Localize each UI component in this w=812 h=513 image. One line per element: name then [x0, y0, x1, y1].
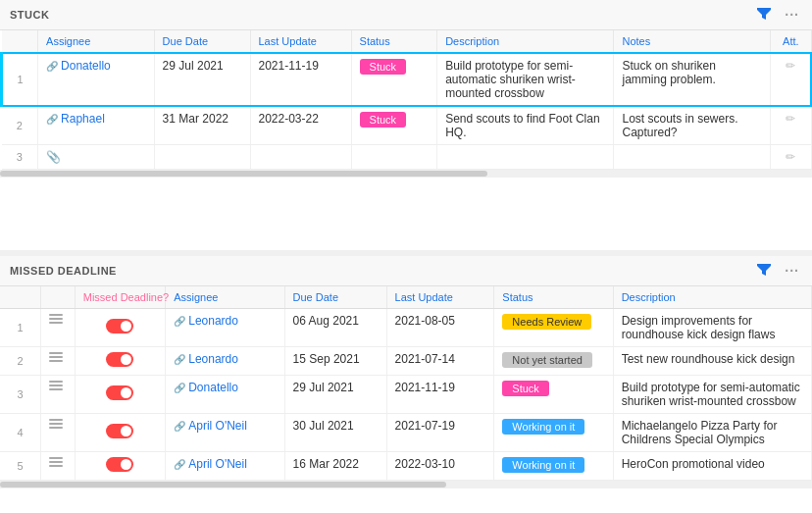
- missed-section: MISSED DEADLINE ···: [0, 256, 812, 513]
- missed-row-4-due: 30 Jul 2021: [284, 414, 386, 452]
- attach-icon-3: 📎: [46, 150, 61, 164]
- stuck-row-1-notes: Stuck on shuriken jamming problem.: [614, 53, 771, 106]
- stuck-filter-icon[interactable]: [754, 6, 774, 24]
- stuck-row-1-status: Stuck: [351, 53, 437, 106]
- link-icon-m2: 🔗: [174, 354, 185, 365]
- missed-row-3-desc: Build prototype for semi-automatic shuri…: [613, 376, 811, 414]
- row-menu-icon-2[interactable]: [49, 352, 63, 362]
- missed-col-due: Due Date: [284, 286, 386, 309]
- stuck-actions: ···: [754, 6, 802, 24]
- missed-filter-icon[interactable]: [754, 262, 774, 280]
- missed-row-3-num: 3: [0, 376, 41, 414]
- missed-row-3: 3 🔗 Donatello: [0, 376, 812, 414]
- edit-icon-3[interactable]: ✏: [786, 150, 795, 164]
- edit-icon-1[interactable]: ✏: [786, 59, 795, 73]
- stuck-col-notes: Notes: [614, 30, 771, 53]
- stuck-row-3-att: ✏: [771, 145, 811, 170]
- stuck-row-3-desc: [437, 145, 614, 170]
- missed-col-status: Status: [494, 286, 613, 309]
- toggle-5[interactable]: [106, 457, 133, 472]
- stuck-scrollbar-thumb[interactable]: [0, 171, 487, 177]
- stuck-row-2-att: ✏: [771, 106, 811, 145]
- stuck-row-3-status: [351, 145, 437, 170]
- stuck-row-2-assignee[interactable]: 🔗 Raphael: [38, 106, 155, 145]
- missed-row-1-assignee[interactable]: 🔗 Leonardo: [166, 309, 284, 347]
- missed-col-update: Last Update: [386, 286, 494, 309]
- stuck-col-update: Last Update: [250, 30, 351, 53]
- stuck-scrollbar[interactable]: [0, 170, 812, 178]
- missed-row-2-desc: Test new roundhouse kick design: [613, 347, 811, 376]
- row-menu-icon-4[interactable]: [49, 419, 63, 429]
- missed-scrollbar-thumb[interactable]: [0, 482, 446, 487]
- link-icon-2: 🔗: [46, 114, 58, 125]
- stuck-table: Assignee Due Date Last Update Status Des…: [0, 30, 812, 170]
- missed-row-1: 1 🔗 Leonardo: [0, 309, 812, 347]
- stuck-row-3-num: 3: [2, 145, 38, 170]
- stuck-row-1-assignee[interactable]: 🔗 Donatello: [38, 53, 155, 106]
- row-menu-icon-5[interactable]: [49, 457, 63, 467]
- link-icon-m4: 🔗: [174, 421, 185, 432]
- missed-row-4-menu[interactable]: [41, 414, 76, 452]
- stuck-header-row: Assignee Due Date Last Update Status Des…: [2, 30, 812, 53]
- stuck-col-num: [2, 30, 38, 53]
- stuck-col-due: Due Date: [154, 30, 250, 53]
- missed-row-5-assignee[interactable]: 🔗 April O'Neil: [166, 452, 284, 481]
- missed-row-5-toggle[interactable]: [75, 452, 165, 481]
- status-working-4: Working on it: [502, 419, 584, 435]
- missed-row-2-toggle[interactable]: [75, 347, 165, 376]
- missed-row-4: 4 🔗 April O'Neil: [0, 414, 812, 452]
- toggle-3[interactable]: [106, 385, 133, 400]
- missed-row-2-menu[interactable]: [41, 347, 76, 376]
- link-icon-m5: 🔗: [174, 459, 185, 470]
- missed-more-icon[interactable]: ···: [782, 262, 802, 280]
- stuck-col-status: Status: [351, 30, 437, 53]
- row-menu-icon-1[interactable]: [49, 314, 63, 324]
- stuck-row-2-due: 31 Mar 2022: [154, 106, 250, 145]
- missed-row-4-num: 4: [0, 414, 41, 452]
- stuck-row-2: 2 🔗 Raphael 31 Mar 2022 2022-03-22 Stuck…: [2, 106, 812, 145]
- toggle-4[interactable]: [106, 424, 133, 438]
- missed-row-4-assignee[interactable]: 🔗 April O'Neil: [166, 414, 284, 452]
- status-working-5: Working on it: [502, 457, 584, 473]
- stuck-row-1-num: 1: [2, 53, 38, 106]
- stuck-row-2-update: 2022-03-22: [250, 106, 351, 145]
- missed-row-5-update: 2022-03-10: [386, 452, 494, 481]
- stuck-row-3-assignee: 📎: [38, 145, 155, 170]
- missed-col-missed: Missed Deadline?: [75, 286, 165, 309]
- missed-row-2-assignee[interactable]: 🔗 Leonardo: [166, 347, 284, 376]
- missed-row-3-menu[interactable]: [41, 376, 76, 414]
- missed-row-2-status: Not yet started: [494, 347, 613, 376]
- missed-row-5: 5 🔗 April O'Neil: [0, 452, 812, 481]
- missed-header-row: Missed Deadline? Assignee Due Date Last …: [0, 286, 812, 309]
- stuck-row-3: 3 📎 ✏: [2, 145, 812, 170]
- row-menu-icon-3[interactable]: [49, 381, 63, 390]
- stuck-row-2-num: 2: [2, 106, 38, 145]
- missed-row-1-toggle[interactable]: [75, 309, 165, 347]
- missed-row-3-toggle[interactable]: [75, 376, 165, 414]
- missed-row-5-num: 5: [0, 452, 41, 481]
- edit-icon-2[interactable]: ✏: [786, 112, 795, 126]
- toggle-1[interactable]: [106, 319, 133, 333]
- missed-row-1-menu[interactable]: [41, 309, 76, 347]
- missed-row-4-update: 2021-07-19: [386, 414, 494, 452]
- stuck-col-desc: Description: [437, 30, 614, 53]
- missed-section-header: MISSED DEADLINE ···: [0, 256, 812, 286]
- stuck-row-3-notes: [614, 145, 771, 170]
- stuck-more-icon[interactable]: ···: [782, 6, 802, 24]
- missed-actions: ···: [754, 262, 802, 280]
- missed-table-container: Missed Deadline? Assignee Due Date Last …: [0, 286, 812, 481]
- toggle-2[interactable]: [106, 352, 133, 367]
- missed-row-4-toggle[interactable]: [75, 414, 165, 452]
- stuck-row-1: 1 🔗 Donatello 29 Jul 2021 2021-11-19 Stu…: [2, 53, 812, 106]
- missed-row-3-assignee[interactable]: 🔗 Donatello: [166, 376, 284, 414]
- stuck-row-1-update: 2021-11-19: [250, 53, 351, 106]
- missed-row-4-desc: Michaelangelo Pizza Party for Childrens …: [613, 414, 811, 452]
- missed-scrollbar[interactable]: [0, 481, 812, 488]
- missed-title: MISSED DEADLINE: [10, 265, 117, 277]
- missed-row-2-due: 15 Sep 2021: [284, 347, 386, 376]
- status-stuck-3: Stuck: [502, 381, 549, 396]
- missed-row-3-update: 2021-11-19: [386, 376, 494, 414]
- missed-row-5-due: 16 Mar 2022: [284, 452, 386, 481]
- stuck-row-1-att: ✏: [771, 53, 811, 106]
- missed-row-5-menu[interactable]: [41, 452, 76, 481]
